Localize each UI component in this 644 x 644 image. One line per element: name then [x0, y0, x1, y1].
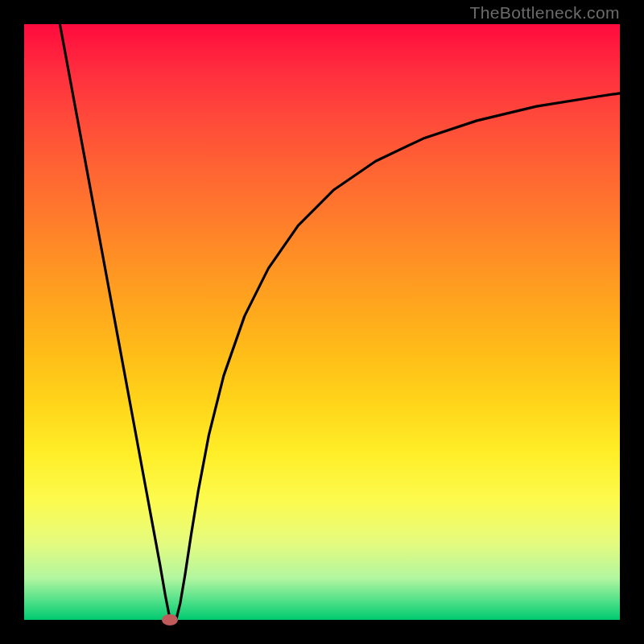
minimum-dot-icon [162, 614, 178, 625]
attribution-text: TheBottleneck.com [469, 3, 620, 23]
chart-container: TheBottleneck.com [0, 0, 644, 644]
gradient-plot-area [24, 24, 620, 620]
